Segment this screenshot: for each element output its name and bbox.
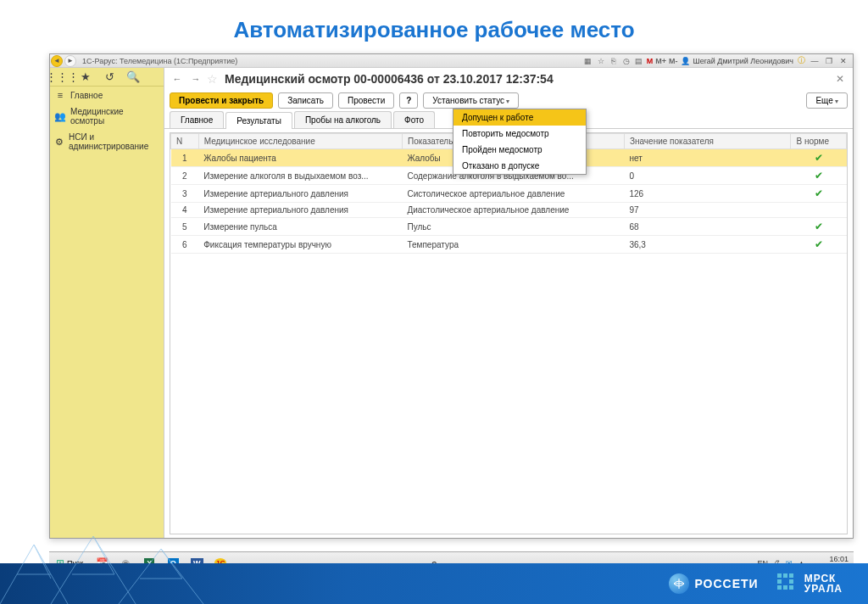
- cell-n: 3: [171, 185, 199, 203]
- cell-value: 126: [624, 185, 791, 203]
- status-option-repeat[interactable]: Повторить медосмотр: [453, 126, 586, 142]
- sidebar: ⋮⋮⋮ ★ ↺ 🔍 ≡ Главное 👥 Медицинские осмотр…: [50, 68, 164, 538]
- help-button[interactable]: ?: [399, 92, 418, 109]
- close-button[interactable]: ✕: [837, 56, 849, 66]
- minimize-button[interactable]: —: [809, 56, 821, 66]
- cell-exam: Фиксация температуры вручную: [198, 236, 402, 254]
- window-title: 1С-Рарус: Телемедицина (1С:Предприятие): [82, 57, 237, 65]
- table-row[interactable]: 6Фиксация температуры вручнуюТемпература…: [171, 236, 847, 254]
- post-and-close-button[interactable]: Провести и закрыть: [170, 92, 273, 109]
- back-button[interactable]: ←: [170, 71, 185, 87]
- table-row[interactable]: 3Измерение артериального давленияСистоли…: [171, 185, 847, 203]
- document-close-button[interactable]: ✕: [832, 73, 848, 85]
- cell-norm: ✔: [791, 167, 847, 185]
- brand-rosseti: РОССЕТИ: [669, 573, 758, 594]
- tab-photo[interactable]: Фото: [393, 111, 435, 128]
- calc-icon[interactable]: ▤: [634, 56, 644, 66]
- save-button[interactable]: Записать: [278, 92, 333, 109]
- user-name: Шегай Дмитрий Леонидович: [693, 57, 793, 65]
- more-button[interactable]: Еще: [806, 92, 848, 109]
- sidebar-item-exams[interactable]: 👥 Медицинские осмотры: [50, 103, 164, 129]
- main-area: ← → ☆ Медицинский осмотр 00-00006436 от …: [164, 68, 853, 538]
- nav-back-button[interactable]: ◄: [51, 55, 63, 67]
- svg-rect-6: [783, 585, 787, 590]
- cell-n: 4: [171, 203, 199, 218]
- sidebar-item-admin[interactable]: ⚙ НСИ и администрирование: [50, 129, 164, 154]
- cell-value: 36,3: [624, 236, 791, 254]
- search-icon[interactable]: ☆: [596, 56, 606, 66]
- brand-mrsk: МРСК УРАЛА: [776, 572, 843, 596]
- svg-rect-7: [789, 585, 793, 590]
- info-icon[interactable]: ⓘ: [796, 56, 806, 66]
- sidebar-item-label: Главное: [70, 91, 103, 100]
- col-value[interactable]: Значение показателя: [624, 134, 791, 149]
- status-option-allowed[interactable]: Допущен к работе: [453, 109, 586, 126]
- menu-icon[interactable]: ⋮⋮⋮: [50, 68, 74, 87]
- maximize-button[interactable]: ❐: [823, 56, 835, 66]
- tab-results[interactable]: Результаты: [225, 112, 292, 129]
- col-exam[interactable]: Медицинское исследование: [198, 134, 402, 149]
- results-table-wrap: N Медицинское исследование Показатель Зн…: [170, 132, 848, 534]
- set-status-button[interactable]: Установить статус: [423, 92, 519, 109]
- cell-norm: [791, 203, 847, 218]
- cell-exam: Измерение артериального давления: [198, 185, 402, 203]
- tab-alcohol[interactable]: Пробы на алкоголь: [294, 111, 392, 128]
- cell-norm: ✔: [791, 185, 847, 203]
- cell-exam: Измерение пульса: [198, 218, 402, 236]
- rosseti-label: РОССЕТИ: [694, 577, 758, 590]
- rosseti-logo-icon: [669, 573, 689, 594]
- cell-exam: Жалобы пациента: [198, 149, 402, 167]
- cell-value: 0: [624, 167, 791, 185]
- cell-indicator: Диастолическое артериальное давление: [402, 203, 624, 218]
- svg-rect-1: [783, 573, 787, 578]
- star-icon[interactable]: ★: [74, 68, 97, 87]
- sidebar-item-main[interactable]: ≡ Главное: [50, 87, 164, 103]
- history-icon[interactable]: ↺: [97, 68, 121, 87]
- list-icon: ≡: [55, 90, 65, 100]
- link-icon[interactable]: ⎘: [609, 56, 619, 66]
- app-window: ◄ ► 1С-Рарус: Телемедицина (1С:Предприят…: [49, 53, 854, 539]
- tab-main[interactable]: Главное: [170, 111, 224, 128]
- footer-decoration: [0, 528, 237, 604]
- people-icon: 👥: [55, 111, 65, 121]
- slide-title: Автоматизированное рабочее место: [0, 0, 868, 52]
- gear-icon: ⚙: [55, 137, 64, 147]
- grid-icon[interactable]: ▦: [583, 56, 593, 66]
- svg-rect-2: [789, 573, 793, 578]
- nav-forward-button[interactable]: ►: [64, 55, 76, 67]
- cell-n: 2: [171, 167, 199, 185]
- favorite-star-icon[interactable]: ☆: [207, 72, 218, 86]
- col-norm[interactable]: В норме: [791, 134, 847, 149]
- svg-rect-3: [777, 579, 782, 584]
- clock-icon[interactable]: ◷: [621, 56, 632, 66]
- svg-rect-5: [777, 585, 782, 590]
- svg-rect-0: [777, 573, 782, 578]
- memory-mplus-icon[interactable]: M+: [655, 57, 666, 65]
- window-titlebar: ◄ ► 1С-Рарус: Телемедицина (1С:Предприят…: [50, 54, 853, 68]
- user-icon: 👤: [680, 56, 690, 66]
- cell-n: 5: [171, 218, 199, 236]
- cell-exam: Измерение артериального давления: [198, 203, 402, 218]
- svg-rect-4: [789, 579, 793, 584]
- status-option-denied[interactable]: Отказано в допуске: [453, 158, 586, 174]
- forward-button[interactable]: →: [188, 71, 203, 87]
- cell-value: 97: [624, 203, 791, 218]
- sidebar-item-label: Медицинские осмотры: [70, 107, 159, 126]
- cell-norm: ✔: [791, 236, 847, 254]
- cell-value: нет: [624, 149, 791, 167]
- table-row[interactable]: 5Измерение пульсаПульс68✔: [171, 218, 847, 236]
- cell-indicator: Пульс: [402, 218, 624, 236]
- search-sidebar-icon[interactable]: 🔍: [121, 68, 145, 87]
- status-option-passed[interactable]: Пройден медосмотр: [453, 142, 586, 158]
- memory-mminus-icon[interactable]: M-: [669, 57, 678, 65]
- cell-exam: Измерение алкоголя в выдыхаемом воз...: [198, 167, 402, 185]
- post-button[interactable]: Провести: [338, 92, 394, 109]
- col-n[interactable]: N: [171, 134, 199, 149]
- sidebar-top-toolbar: ⋮⋮⋮ ★ ↺ 🔍: [50, 68, 164, 87]
- status-dropdown-menu: Допущен к работе Повторить медосмотр Про…: [453, 109, 587, 175]
- document-title: Медицинский осмотр 00-00006436 от 23.10.…: [225, 72, 554, 86]
- table-row[interactable]: 4Измерение артериального давленияДиастол…: [171, 203, 847, 218]
- memory-m-icon[interactable]: M: [647, 57, 654, 65]
- sidebar-item-label: НСИ и администрирование: [69, 132, 159, 151]
- cell-n: 6: [171, 236, 199, 254]
